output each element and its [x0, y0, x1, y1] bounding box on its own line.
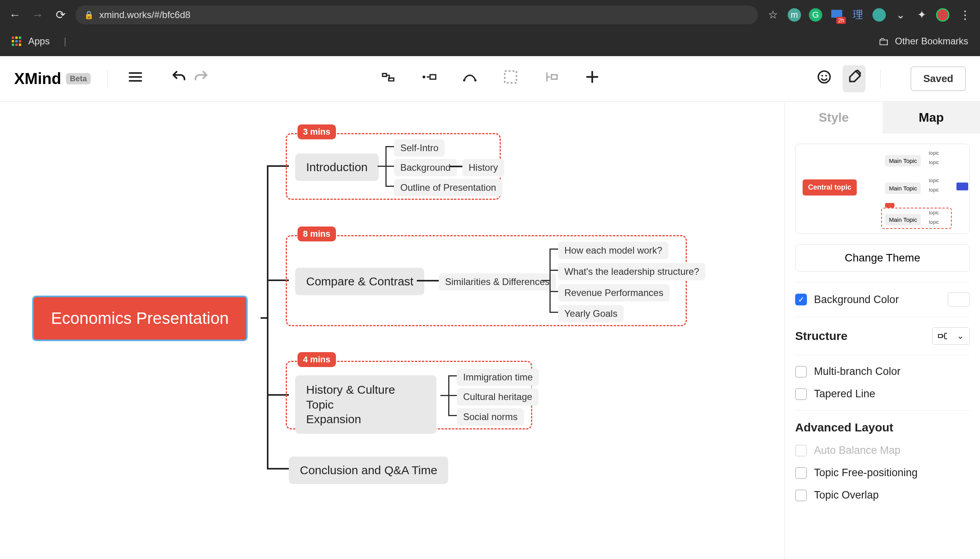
background-color-swatch[interactable]: [948, 292, 970, 307]
profile-icon[interactable]: [936, 8, 949, 22]
hamburger-icon: [128, 69, 143, 85]
subtopic[interactable]: Background: [394, 159, 457, 176]
summary-button[interactable]: [540, 69, 563, 88]
relationship-icon: [462, 69, 478, 85]
menu-button[interactable]: [124, 69, 147, 88]
subtopic[interactable]: Cultural heritage: [457, 388, 538, 406]
extensions-icon[interactable]: ✦: [915, 8, 928, 22]
subtopic[interactable]: Outline of Presentation: [394, 179, 502, 196]
boundary-button[interactable]: [499, 69, 522, 88]
topic-history[interactable]: History & Culture Topic Expansion: [295, 375, 436, 434]
relationship-button[interactable]: [458, 69, 481, 88]
ext-icon-teal[interactable]: [872, 8, 886, 22]
connector: [417, 280, 439, 281]
subtopic[interactable]: Self-Intro: [394, 139, 445, 157]
connector: [549, 312, 558, 313]
subtopic[interactable]: How each model work?: [558, 242, 668, 259]
topic-after-button[interactable]: [418, 69, 440, 88]
toolbar-separator: [107, 69, 108, 89]
subtopic[interactable]: Immigration time: [457, 369, 539, 386]
forward-button[interactable]: →: [30, 8, 46, 22]
ext-icon-m[interactable]: m: [788, 8, 801, 22]
preview-boundary: [881, 208, 952, 229]
divider: [795, 355, 970, 355]
other-bookmarks[interactable]: Other Bookmarks: [895, 36, 968, 47]
svg-point-8: [821, 75, 823, 77]
insert-button[interactable]: [581, 69, 604, 88]
saved-button[interactable]: Saved: [911, 66, 966, 91]
tab-map[interactable]: Map: [883, 102, 980, 133]
ext-icon-cjk[interactable]: 理: [851, 8, 865, 22]
topic-compare[interactable]: Compare & Contrast: [295, 268, 424, 295]
back-button[interactable]: ←: [7, 8, 23, 22]
connector: [378, 166, 386, 167]
svg-rect-10: [938, 334, 942, 338]
format-sidebar: Style Map Central topic Main Topic Main …: [785, 102, 980, 559]
url-bar[interactable]: 🔒 xmind.works/#/bfc6d8: [75, 5, 758, 24]
apps-label[interactable]: Apps: [28, 36, 50, 47]
subtopic-icon: [380, 69, 396, 85]
redo-button[interactable]: [190, 69, 213, 88]
svg-point-4: [474, 79, 476, 82]
undo-button[interactable]: [167, 69, 190, 88]
multi-branch-label: Multi-branch Color: [814, 365, 901, 378]
connector: [450, 166, 462, 167]
subtopic[interactable]: Yearly Goals: [558, 305, 624, 322]
tab-style[interactable]: Style: [785, 102, 883, 133]
preview-topic: topic: [929, 210, 939, 216]
preview-topic: topic: [929, 178, 939, 183]
central-topic[interactable]: Economics Presentation: [32, 296, 248, 341]
connector: [385, 186, 394, 187]
connector: [448, 395, 457, 396]
subtopic[interactable]: Social norms: [457, 408, 524, 426]
subtopic[interactable]: History: [462, 159, 504, 176]
topic-conclusion[interactable]: Conclusion and Q&A Time: [289, 457, 448, 484]
background-color-label: Background Color: [814, 294, 899, 306]
preview-badge: [885, 203, 894, 208]
tapered-line-label: Tapered Line: [814, 388, 875, 400]
free-positioning-checkbox[interactable]: [795, 467, 807, 479]
advanced-layout-label: Advanced Layout: [795, 421, 970, 434]
connector: [549, 248, 558, 250]
chevron-down-icon: ⌄: [957, 331, 964, 341]
subtopic-button[interactable]: [377, 69, 400, 88]
time-badge[interactable]: 4 mins: [297, 352, 336, 367]
apps-icon[interactable]: [12, 37, 21, 46]
topic-overlap-checkbox[interactable]: [795, 490, 807, 501]
multi-branch-checkbox[interactable]: [795, 366, 807, 378]
connector: [542, 280, 550, 281]
time-badge[interactable]: 3 mins: [297, 124, 336, 139]
emoji-button[interactable]: [813, 69, 836, 88]
badge-2h: 2h: [836, 17, 846, 24]
undo-icon: [171, 69, 186, 85]
url-text: xmind.works/#/bfc6d8: [99, 9, 190, 20]
paint-icon: [847, 69, 862, 85]
browser-menu[interactable]: ⋮: [957, 8, 973, 22]
background-color-checkbox[interactable]: ✓: [795, 294, 807, 305]
theme-preview[interactable]: Central topic Main Topic Main Topic Main…: [795, 144, 970, 234]
subtopic[interactable]: What's the leadership structure?: [558, 263, 705, 280]
preview-topic: topic: [929, 219, 939, 225]
ext-icon-blue[interactable]: 2h: [830, 8, 843, 22]
change-theme-button[interactable]: Change Theme: [795, 244, 970, 272]
boundary-icon: [503, 69, 518, 85]
tapered-line-checkbox[interactable]: [795, 388, 807, 400]
subtopic[interactable]: Similarities & Differences: [439, 273, 556, 290]
svg-point-7: [818, 71, 830, 83]
format-button[interactable]: [843, 65, 865, 92]
subtopic[interactable]: Revenue Performances: [558, 284, 670, 301]
star-button[interactable]: ☆: [765, 8, 781, 21]
ext-icon-g[interactable]: G: [809, 8, 822, 22]
time-badge[interactable]: 8 mins: [297, 227, 336, 241]
structure-select[interactable]: ⌄: [932, 327, 970, 345]
redo-icon: [193, 69, 209, 85]
reload-button[interactable]: ⟳: [53, 8, 68, 22]
topic-overlap-label: Topic Overlap: [814, 489, 879, 501]
preview-main-topic: Main Topic: [885, 155, 921, 166]
connector: [549, 291, 558, 292]
divider: [795, 317, 970, 317]
pocket-icon[interactable]: ⌄: [894, 8, 907, 22]
svg-rect-2: [430, 75, 435, 79]
mindmap-canvas[interactable]: Economics Presentation 3 mins Introducti…: [0, 102, 785, 559]
topic-introduction[interactable]: Introduction: [295, 153, 379, 181]
